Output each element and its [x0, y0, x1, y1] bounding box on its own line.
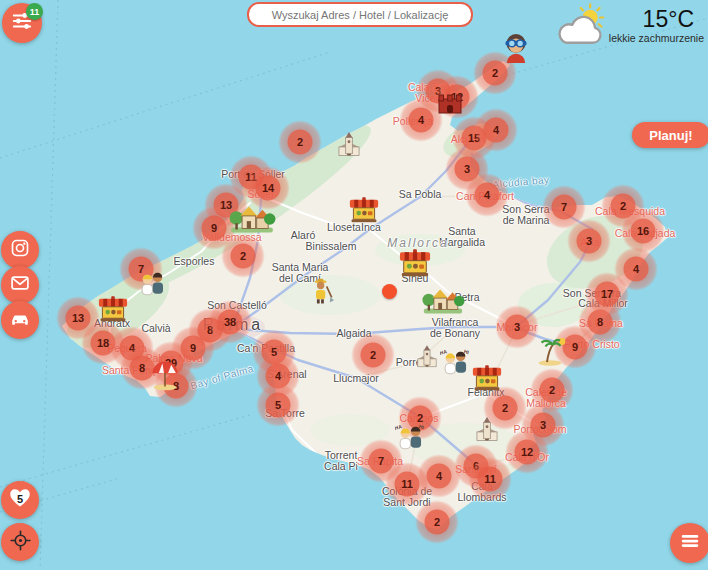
stall-icon[interactable] [349, 197, 379, 223]
map-cluster-marker[interactable]: 38 [208, 300, 252, 344]
couple-icon[interactable] [138, 271, 166, 297]
village-icon[interactable] [228, 198, 276, 238]
map-cluster-marker[interactable]: 2 [351, 333, 395, 377]
favorites-button[interactable]: 5 [1, 481, 39, 519]
car-icon [9, 309, 31, 332]
map-cluster-marker[interactable]: 4 [474, 108, 518, 152]
email-button[interactable] [1, 266, 39, 304]
envelope-icon [10, 273, 30, 297]
umbrella-icon[interactable] [151, 359, 180, 390]
menu-button[interactable] [670, 523, 708, 563]
farmer-icon[interactable] [310, 278, 334, 304]
instagram-button[interactable] [1, 231, 39, 269]
map-cluster-marker[interactable]: 2 [278, 120, 322, 164]
stall-icon[interactable] [472, 365, 502, 391]
stall-icon[interactable] [399, 249, 431, 277]
snorkeler-icon[interactable] [501, 32, 531, 64]
map-cluster-marker[interactable]: 5 [256, 383, 300, 427]
stall-icon[interactable] [98, 296, 128, 322]
map-cluster-marker[interactable]: 2 [601, 184, 645, 228]
church-icon[interactable] [417, 345, 438, 371]
map-cluster-marker[interactable]: 2 [415, 500, 459, 544]
weather-description: lekkie zachmurzenie [609, 32, 704, 44]
weather-sun-cloud-icon [554, 2, 610, 55]
couple-laugh-icon[interactable]: HAHI [440, 349, 470, 375]
svg-text:HA: HA [440, 349, 448, 356]
map-cluster-marker[interactable]: 2 [221, 234, 265, 278]
weather-widget: 15°C lekkie zachmurzenie [609, 6, 704, 44]
palmbeach-icon[interactable] [537, 336, 567, 366]
fort-icon[interactable] [437, 92, 463, 114]
map-cluster-marker[interactable]: 11 [468, 457, 512, 501]
church-icon[interactable] [476, 417, 499, 446]
couple-laugh-icon[interactable]: HAHI [395, 424, 425, 450]
map-cluster-marker[interactable]: 3 [567, 219, 611, 263]
car-rental-button[interactable] [1, 301, 39, 339]
village-icon[interactable] [421, 282, 465, 318]
plan-button[interactable]: Planuj! [632, 122, 708, 148]
map-cluster-marker[interactable]: 2 [530, 368, 574, 412]
filter-count-badge: 11 [26, 3, 43, 20]
selected-location-dot [382, 284, 397, 299]
search-input[interactable] [247, 2, 473, 27]
svg-text:HA: HA [395, 424, 403, 431]
map-cluster-marker[interactable]: 4 [614, 247, 658, 291]
locate-me-button[interactable] [1, 523, 39, 561]
instagram-icon [10, 238, 30, 262]
church-icon[interactable] [338, 132, 361, 161]
crosshair-icon [10, 530, 31, 555]
temperature-value: 15°C [609, 6, 694, 32]
map-cluster-marker[interactable]: 4 [465, 173, 509, 217]
favorites-count: 5 [17, 493, 23, 505]
hamburger-menu-icon [679, 530, 701, 556]
map-cluster-marker[interactable]: 3 [495, 305, 539, 349]
map-app: EsporlesSon CastellóSanta Mariadel CamíC… [0, 0, 708, 570]
